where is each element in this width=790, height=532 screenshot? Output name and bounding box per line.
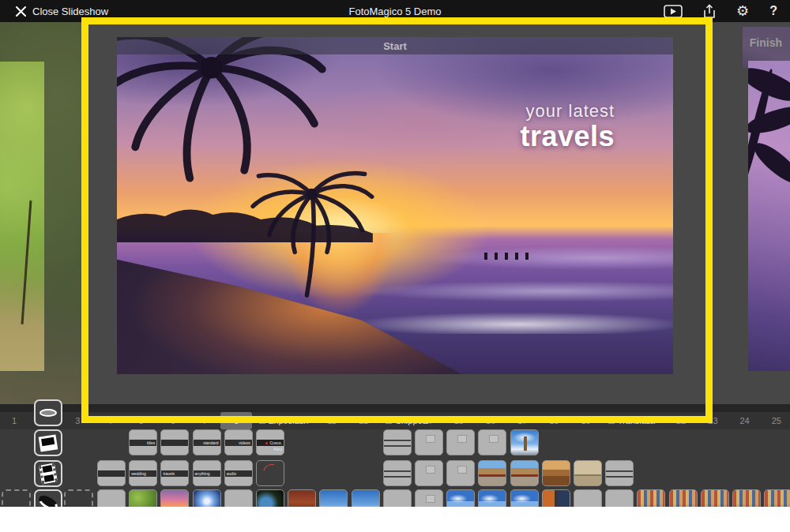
share-icon[interactable] (703, 4, 716, 19)
chapter-flag-icon (259, 418, 265, 424)
storyboard-thumbnail[interactable] (669, 489, 698, 507)
slide-caption: your latest travels (521, 101, 615, 153)
storyboard-thumbnail[interactable] (383, 460, 412, 486)
storyboard-thumbnail[interactable] (415, 489, 443, 507)
storyboard-thumbnail[interactable] (478, 429, 506, 455)
storyboard-thumbnail[interactable] (510, 489, 539, 507)
storyboard-thumbnail[interactable] (97, 460, 126, 486)
drop-zone[interactable] (2, 489, 31, 507)
tool-tile-shape[interactable] (34, 399, 62, 426)
storyboard-thumbnail[interactable] (256, 460, 284, 486)
ruler-slot[interactable]: 7 (189, 412, 220, 429)
storyboard-thumbnail[interactable] (574, 460, 602, 486)
storyboard-thumbnail[interactable]: wedding (129, 460, 157, 486)
storyboard-thumbnail[interactable] (160, 429, 189, 455)
finish-label: Finish (750, 36, 782, 49)
ruler-slot[interactable]: 1 (0, 412, 30, 429)
thumbnail-title-bar: wedding (130, 470, 156, 477)
caption-line-1: your latest (521, 101, 615, 122)
storyboard-thumbnail[interactable] (224, 489, 253, 507)
ruler-slot[interactable]: 8 (220, 412, 252, 429)
finish-slide-image (748, 61, 790, 371)
ruler-slot[interactable]: 23 (697, 412, 728, 429)
storyboard-thumbnail[interactable]: videos (224, 429, 253, 455)
groyne-posts (484, 253, 529, 260)
ruler-slot[interactable]: 6 (157, 412, 189, 429)
chapter-marker[interactable]: Transition (608, 412, 656, 429)
storyboard-thumbnail[interactable] (446, 429, 475, 455)
storyboard-divider (0, 404, 790, 412)
storyboard-thumbnail[interactable] (383, 429, 412, 455)
storyboard-thumbnail[interactable]: anything (193, 460, 221, 486)
ruler-slot[interactable]: 11 (316, 412, 348, 429)
storyboard-thumbnail[interactable] (415, 429, 443, 455)
storyboard-thumbnail[interactable] (352, 489, 380, 507)
storyboard-thumbnail[interactable] (637, 489, 665, 507)
ruler-slot[interactable]: 25 (761, 412, 790, 429)
storyboard-thumbnail[interactable]: travels (160, 460, 189, 486)
ruler-slot[interactable]: 12 (348, 412, 379, 429)
storyboard-thumbnail[interactable] (478, 489, 506, 507)
storyboard-thumbnail[interactable] (701, 489, 729, 507)
storyboard-thumbnail[interactable] (605, 460, 634, 486)
oval-icon (40, 409, 57, 417)
start-label: Start (383, 40, 407, 52)
storyboard-thumbnail[interactable] (288, 489, 316, 507)
timeline-ruler[interactable]: 12345678Exposition101112Snippets14151617… (0, 412, 790, 429)
storyboard-thumbnail[interactable] (542, 489, 570, 507)
storyboard-thumbnail[interactable]: titles (129, 429, 157, 455)
storyboard-thumbnail[interactable]: standard (193, 429, 221, 455)
tool-tile-slide[interactable] (34, 429, 62, 456)
help-icon[interactable]: ? (769, 4, 777, 18)
storyboard-thumbnail[interactable] (160, 489, 189, 507)
storyboard-thumbnail[interactable] (193, 489, 221, 507)
storyboard-thumbnail[interactable] (542, 460, 570, 486)
tool-tile-audio[interactable] (34, 489, 62, 507)
storyboard-thumbnail[interactable] (129, 489, 157, 507)
storyboard-thumbnail[interactable] (446, 460, 475, 486)
ruler-slot[interactable]: 16 (475, 412, 506, 429)
chapter-flag-icon (608, 418, 615, 424)
drop-zone[interactable] (64, 489, 93, 507)
gear-icon[interactable]: ⚙ (736, 4, 749, 18)
ruler-slot[interactable]: 24 (729, 412, 761, 429)
previous-slide-stage[interactable] (0, 22, 81, 404)
slide-preview[interactable]: Start your latest travels (117, 37, 673, 374)
storyboard-thumbnail[interactable] (446, 489, 475, 507)
chapter-marker[interactable]: Snippets (386, 412, 429, 429)
storyboard-thumbnail[interactable] (415, 460, 443, 486)
photo-slide-icon (39, 434, 58, 451)
storyboard-thumbnail[interactable] (256, 489, 284, 507)
start-stage: Start your latest travels (81, 22, 713, 404)
ruler-slot[interactable]: 15 (443, 412, 475, 429)
storyboard-thumbnail[interactable] (574, 489, 602, 507)
storyboard-thumbnail[interactable]: Cusco, Peru (256, 429, 284, 455)
ruler-slot[interactable]: 3 (62, 412, 93, 429)
ruler-slot[interactable]: 4 (94, 412, 126, 429)
storyboard-thumbnail[interactable] (510, 429, 539, 455)
thumbnail-title-bar: standard (194, 440, 220, 446)
swoosh-icon (36, 493, 60, 507)
finish-stage[interactable]: Finish (713, 22, 790, 404)
storyboard-thumbnail[interactable] (764, 489, 790, 507)
play-window-icon[interactable] (664, 5, 683, 18)
top-bar: Close Slideshow FotoMagico 5 Demo ⚙ ? (0, 0, 790, 22)
chapter-flag-icon (386, 418, 392, 424)
tree-trunk (21, 200, 32, 324)
storyboard-thumbnail[interactable]: audio (224, 460, 253, 486)
storyboard-thumbnail[interactable] (97, 489, 126, 507)
ruler-slot[interactable]: 17 (506, 412, 538, 429)
tool-tile-video[interactable] (34, 460, 62, 487)
chapter-marker[interactable]: Exposition (259, 412, 309, 429)
storyboard-thumbnail[interactable] (605, 489, 634, 507)
storyboard-thumbnail[interactable] (732, 489, 761, 507)
ruler-slot[interactable]: 19 (570, 412, 602, 429)
ruler-slot[interactable]: 18 (538, 412, 570, 429)
storyboard-thumbnail[interactable] (510, 460, 539, 486)
ruler-slot[interactable]: 5 (126, 412, 157, 429)
storyboard-thumbnail[interactable] (383, 489, 412, 507)
ruler-slot[interactable]: 22 (665, 412, 697, 429)
storyboard-thumbnail[interactable] (319, 489, 348, 507)
thumbnail-title-bar: travels (161, 470, 188, 477)
storyboard-thumbnail[interactable] (478, 460, 506, 486)
